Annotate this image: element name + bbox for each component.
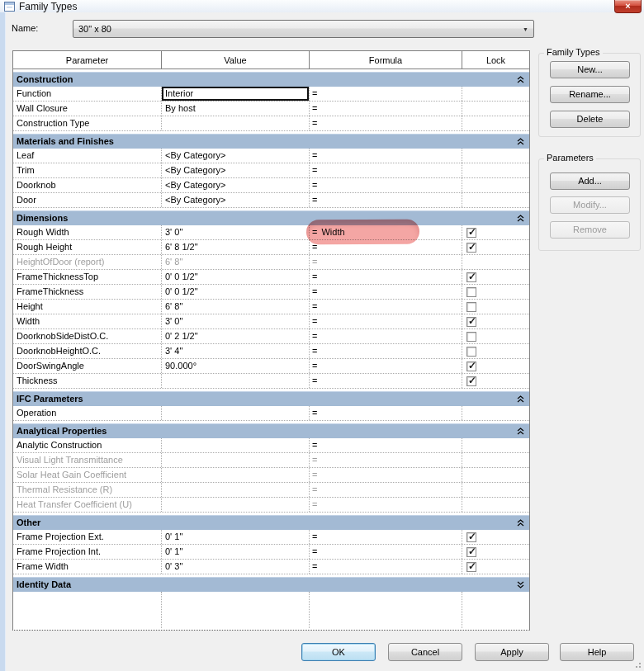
formula-cell[interactable]: =	[310, 344, 462, 358]
formula-cell[interactable]: =	[310, 406, 462, 420]
value-cell[interactable]	[162, 374, 310, 388]
value-cell[interactable]: 0' 2 1/2"	[162, 329, 310, 343]
formula-cell[interactable]: =	[310, 285, 462, 299]
formula-cell[interactable]: =	[310, 545, 462, 559]
lock-checkbox[interactable]	[466, 361, 476, 371]
formula-cell[interactable]: =Width	[310, 225, 462, 239]
lock-checkbox[interactable]	[466, 243, 476, 253]
formula-cell[interactable]: =	[310, 149, 462, 163]
formula-cell[interactable]: =	[310, 314, 462, 328]
section-header-other[interactable]: Other	[13, 515, 529, 530]
value-cell[interactable]	[162, 453, 310, 467]
lock-checkbox[interactable]	[466, 347, 476, 357]
value-cell[interactable]: 0' 1"	[162, 530, 310, 544]
lock-cell	[462, 329, 529, 343]
value-cell[interactable]: 0' 0 1/2"	[162, 285, 310, 299]
parameter-name-cell: Analytic Construction	[13, 438, 162, 452]
value-cell[interactable]	[162, 438, 310, 452]
section-header-construction[interactable]: Construction	[13, 72, 529, 87]
value-cell[interactable]: 6' 8"	[162, 300, 310, 314]
value-cell[interactable]: 90.000°	[162, 359, 310, 373]
value-cell[interactable]: 6' 8"	[162, 255, 310, 269]
section-header-identity-data[interactable]: Identity Data	[13, 577, 529, 592]
value-cell[interactable]: 3' 4"	[162, 344, 310, 358]
lock-checkbox[interactable]	[466, 302, 476, 312]
lock-cell	[462, 314, 529, 328]
formula-cell[interactable]: =	[310, 329, 462, 343]
section-header-ifc-parameters[interactable]: IFC Parameters	[13, 391, 529, 406]
value-cell[interactable]	[162, 116, 310, 130]
new-type-button[interactable]: New...	[550, 61, 630, 78]
parameter-name-cell: Operation	[13, 406, 162, 420]
formula-cell[interactable]: =	[310, 530, 462, 544]
formula-cell[interactable]: =	[310, 178, 462, 192]
value-cell[interactable]: <By Category>	[162, 178, 310, 192]
formula-cell[interactable]: =	[310, 483, 462, 497]
help-button[interactable]: Help	[560, 643, 634, 661]
resize-grip[interactable]	[639, 666, 641, 668]
lock-checkbox[interactable]	[466, 317, 476, 327]
formula-cell[interactable]: =	[310, 102, 462, 116]
parameter-name-cell: Heat Transfer Coefficient (U)	[13, 498, 162, 512]
formula-cell[interactable]: =	[310, 498, 462, 512]
formula-cell[interactable]: =	[310, 560, 462, 574]
chevron-up-icon	[517, 428, 524, 435]
formula-cell[interactable]: =	[310, 300, 462, 314]
lock-checkbox[interactable]	[466, 532, 476, 542]
formula-cell[interactable]: =	[310, 255, 462, 269]
value-cell[interactable]: 0' 3"	[162, 560, 310, 574]
value-cell[interactable]: 6' 8 1/2"	[162, 240, 310, 254]
equals-sign: =	[312, 118, 317, 128]
add-parameter-button[interactable]: Add...	[550, 172, 630, 190]
rename-type-button[interactable]: Rename...	[550, 86, 630, 103]
value-cell[interactable]: <By Category>	[162, 149, 310, 163]
value-cell[interactable]: By host	[162, 102, 310, 116]
lock-checkbox[interactable]	[466, 287, 476, 297]
lock-checkbox[interactable]	[466, 562, 476, 572]
section-header-dimensions[interactable]: Dimensions	[13, 210, 529, 225]
formula-cell[interactable]: =	[310, 468, 462, 482]
ok-button[interactable]: OK	[301, 643, 376, 661]
section-title: Analytical Properties	[17, 426, 107, 436]
lock-checkbox[interactable]	[466, 376, 476, 386]
close-button[interactable]: ×	[614, 0, 642, 13]
formula-cell[interactable]: =	[310, 193, 462, 207]
apply-button[interactable]: Apply	[475, 643, 549, 661]
modify-parameter-button[interactable]: Modify...	[550, 196, 630, 214]
section-header-materials-and-finishes[interactable]: Materials and Finishes	[13, 134, 529, 149]
lock-checkbox[interactable]	[466, 228, 476, 238]
formula-cell[interactable]: =	[310, 359, 462, 373]
value-cell[interactable]: 0' 1"	[162, 545, 310, 559]
value-cell[interactable]: 3' 0"	[162, 225, 310, 239]
formula-cell[interactable]: =	[310, 438, 462, 452]
value-cell[interactable]: <By Category>	[162, 163, 310, 177]
value-cell[interactable]	[162, 483, 310, 497]
formula-cell[interactable]: =	[310, 116, 462, 130]
value-cell[interactable]	[162, 468, 310, 482]
type-name-dropdown[interactable]: 30" x 80 ▼	[73, 20, 534, 38]
table-row: Operation=	[13, 406, 529, 421]
formula-cell[interactable]: =	[310, 453, 462, 467]
lock-cell	[462, 468, 529, 482]
value-cell[interactable]	[162, 498, 310, 512]
lock-checkbox[interactable]	[466, 332, 476, 342]
formula-cell[interactable]: =	[310, 270, 462, 284]
delete-type-button[interactable]: Delete	[550, 111, 630, 128]
table-row: Frame Width0' 3"=	[13, 560, 529, 574]
value-cell[interactable]: Interior	[162, 87, 310, 101]
lock-checkbox[interactable]	[466, 547, 476, 557]
section-header-analytical-properties[interactable]: Analytical Properties	[13, 423, 529, 438]
formula-cell[interactable]: =	[310, 240, 462, 254]
value-cell[interactable]: <By Category>	[162, 193, 310, 207]
lock-cell	[462, 225, 529, 239]
formula-cell[interactable]: =	[310, 163, 462, 177]
formula-cell[interactable]: =	[310, 87, 462, 101]
value-cell[interactable]: 0' 0 1/2"	[162, 270, 310, 284]
lock-checkbox[interactable]	[466, 272, 476, 282]
value-cell[interactable]	[162, 406, 310, 420]
remove-parameter-button[interactable]: Remove	[550, 221, 630, 239]
formula-cell[interactable]: =	[310, 374, 462, 388]
equals-sign: =	[312, 286, 317, 296]
value-cell[interactable]: 3' 0"	[162, 314, 310, 328]
cancel-button[interactable]: Cancel	[388, 643, 462, 661]
